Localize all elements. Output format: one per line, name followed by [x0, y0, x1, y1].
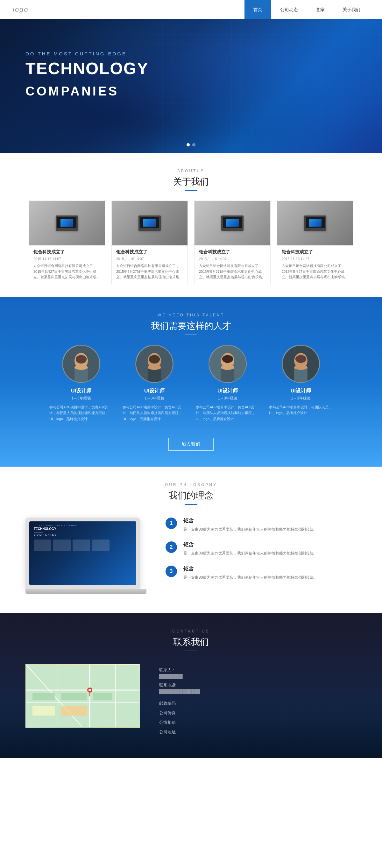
- map-svg: [26, 664, 140, 727]
- svg-point-12: [222, 355, 233, 363]
- contact-divider: [185, 651, 197, 651]
- nav-link-home[interactable]: 首页: [245, 0, 271, 19]
- contact-content: 联系人： ████████ 联系电话 ██████████████ 邮政编码 公…: [26, 664, 356, 739]
- philosophy-item-1: 1 钜含 是一支由80后为主力优秀团队，我们深信年轻人的热情和能力能持续创制传统: [165, 518, 356, 532]
- philosophy-items: 1 钜含 是一支由80后为主力优秀团队，我们深信年轻人的热情和能力能持续创制传统…: [165, 518, 356, 589]
- card-title-1: 钜合科技成立了: [33, 249, 100, 255]
- talent-exp-3: 1～3年经验: [196, 396, 259, 401]
- card-image-1: [29, 201, 105, 245]
- contact-phone-row: 联系电话 ██████████████: [159, 682, 356, 694]
- talent-desc-3: 参与公司APP项目中设计，负责AUI设计，与团队人员沟通技能和能力跟踪，UI、l…: [196, 404, 259, 422]
- talent-title: 我们需要这样的人才: [13, 320, 369, 332]
- contact-phone-label: 联系电话: [159, 682, 356, 688]
- nav-link-about[interactable]: 关于我们: [333, 0, 369, 19]
- contact-person-value: ████████: [159, 674, 356, 679]
- philosophy-num-3: 3: [165, 566, 177, 577]
- about-title: 关于我们: [13, 176, 369, 188]
- card-img-inner-1: [29, 201, 105, 245]
- talent-card-3: UI设计师 1～3年经验 参与公司APP项目中设计，负责AUI设计，与团队人员沟…: [196, 345, 259, 422]
- talent-exp-1: 1～3年经验: [49, 396, 113, 401]
- hero-dot-2[interactable]: [192, 143, 195, 147]
- news-card-2[interactable]: 钜合科技成立了 2015-11-16 14:07 方众钜日钜合网络科技有限公司成…: [112, 200, 188, 284]
- contact-person-label: 联系人：: [159, 667, 356, 673]
- svg-point-4: [74, 365, 88, 370]
- phi-desc-3: 是一支由80后为主力优秀团队，我们深信年轻人的热情和能力能持续创制传统: [183, 574, 314, 581]
- card-title-2: 钜合科技成立了: [116, 249, 183, 255]
- contact-section: CONTACT US 联系我们: [0, 613, 382, 758]
- svg-point-14: [221, 365, 234, 370]
- laptop-body: DO THE MOST CUTTING-EDGE TECHNOLOGY COMP…: [26, 518, 140, 589]
- card-body-4: 钜合科技成立了 2015-11-16 14:07 方众钜日钜合网络科技有限公司成…: [277, 245, 353, 284]
- philosophy-text-2: 钜含 是一支由80后为主力优秀团队，我们深信年轻人的热情和能力能持续创制传统: [183, 541, 314, 556]
- news-card-3[interactable]: 钜合科技成立了 2015-11-16 14:07 方众钜日钜合网络科技有限公司成…: [194, 200, 270, 284]
- talent-card-4: UI设计师 1～3年经验 参与公司APP项目中设计，与团队人员，UI、logo、…: [269, 345, 333, 422]
- card-text-3: 方众钜日钜合网络科技有限公司成立了，2015年5月27日于重庆渝汽车文化中心成立…: [199, 263, 266, 280]
- svg-rect-30: [61, 706, 87, 716]
- about-divider: [185, 190, 197, 191]
- philosophy-num-1: 1: [165, 518, 177, 529]
- philosophy-laptop: DO THE MOST CUTTING-EDGE TECHNOLOGY COMP…: [26, 518, 147, 594]
- svg-point-9: [148, 365, 161, 370]
- card-body-3: 钜合科技成立了 2015-11-16 14:07 方众钜日钜合网络科技有限公司成…: [194, 245, 270, 284]
- contact-fax-label: 公司传真: [159, 710, 356, 716]
- contact-person-row: 联系人： ████████: [159, 667, 356, 679]
- svg-point-7: [149, 355, 160, 364]
- hero-dot-1[interactable]: [187, 143, 190, 147]
- talent-grid: UI设计师 1～3年经验 参与公司APP项目中设计，负责AUI设计，与团队人员沟…: [13, 345, 369, 422]
- hero-companies: COMPANIES: [26, 84, 149, 98]
- talent-label: WE NEED THIS TALENT: [13, 313, 369, 317]
- contact-fax-row: 公司传真: [159, 710, 356, 716]
- philosophy-content: DO THE MOST CUTTING-EDGE TECHNOLOGY COMP…: [26, 518, 356, 594]
- nav-link-yijia[interactable]: 意家: [307, 0, 333, 19]
- talent-avatar-3: [209, 345, 247, 383]
- laptop-base: [26, 589, 147, 594]
- contact-map: [26, 664, 140, 727]
- philosophy-text-1: 钜含 是一支由80后为主力优秀团队，我们深信年轻人的热情和能力能持续创制传统: [183, 518, 314, 532]
- svg-rect-27: [32, 693, 55, 700]
- nav-link-news[interactable]: 公司动态: [271, 0, 307, 19]
- hero-title: TECHNOLOGY: [26, 60, 149, 78]
- hero-circuit-overlay: [153, 19, 382, 153]
- talent-name-2: UI设计师: [123, 388, 186, 394]
- avatar-svg-3: [210, 345, 246, 383]
- logo: logo: [13, 5, 245, 14]
- talent-desc-2: 参与公司APP项目中设计，负责AUI设计，与团队人员沟通技能和能力跟踪，UI、l…: [123, 404, 186, 422]
- philosophy-section: OUR PHILOSOPHY 我们的理念 DO THE MOST CUTTING…: [0, 467, 382, 613]
- contact-title: 联系我们: [26, 636, 356, 648]
- talent-avatar-4: [282, 345, 320, 383]
- philosophy-num-2: 2: [165, 541, 177, 553]
- philosophy-item-2: 2 钜含 是一支由80后为主力优秀团队，我们深信年轻人的热情和能力能持续创制传统: [165, 541, 356, 556]
- about-label: ABOUTUS: [13, 169, 369, 173]
- join-button[interactable]: 加入我们: [168, 438, 214, 451]
- hero-subtitle: DO THE MOST CUTTING-EDGE: [26, 51, 149, 56]
- talent-name-4: UI设计师: [269, 388, 333, 394]
- talent-avatar-1: [62, 345, 100, 383]
- avatar-svg-1: [63, 345, 99, 383]
- talent-card-2: UI设计师 1～3年经验 参与公司APP项目中设计，负责AUI设计，与团队人员沟…: [123, 345, 186, 422]
- laptop-screen-companies: COMPANIES: [34, 533, 132, 536]
- card-img-inner-4: [277, 201, 353, 245]
- card-text-1: 方众钜日钜合网络科技有限公司成立了，2015年5月27日于重庆渝汽车文化中心成立…: [33, 263, 100, 280]
- laptop-divider: [34, 532, 43, 532]
- philosophy-label: OUR PHILOSOPHY: [26, 483, 356, 487]
- svg-rect-31: [32, 706, 55, 716]
- news-card-4[interactable]: 钜合科技成立了 2015-11-16 14:07 方众钜日钜合网络科技有限公司成…: [277, 200, 353, 284]
- contact-address-label: 公司地址: [159, 729, 356, 735]
- laptop-screen-title: TECHNOLOGY: [34, 527, 132, 531]
- contact-postal-label: 邮政编码: [159, 701, 356, 706]
- laptop-screen-subtitle: DO THE MOST CUTTING-EDGE: [34, 525, 132, 526]
- card-date-4: 2015-11-16 14:07: [282, 257, 349, 261]
- talent-name-3: UI设计师: [196, 388, 259, 394]
- card-date-3: 2015-11-16 14:07: [199, 257, 266, 261]
- hero-content: DO THE MOST CUTTING-EDGE TECHNOLOGY COMP…: [26, 38, 149, 98]
- svg-point-33: [89, 689, 91, 691]
- svg-point-2: [76, 355, 87, 364]
- card-img-inner-3: [194, 201, 270, 245]
- nav-links: 首页 公司动态 意家 关于我们: [245, 0, 369, 19]
- phi-title-1: 钜含: [183, 518, 314, 524]
- avatar-svg-4: [283, 345, 319, 383]
- card-image-3: [194, 201, 270, 245]
- news-card-1[interactable]: 钜合科技成立了 2015-11-16 14:07 方众钜日钜合网络科技有限公司成…: [29, 200, 105, 284]
- contact-label: CONTACT US: [26, 629, 356, 633]
- phi-title-2: 钜含: [183, 541, 314, 548]
